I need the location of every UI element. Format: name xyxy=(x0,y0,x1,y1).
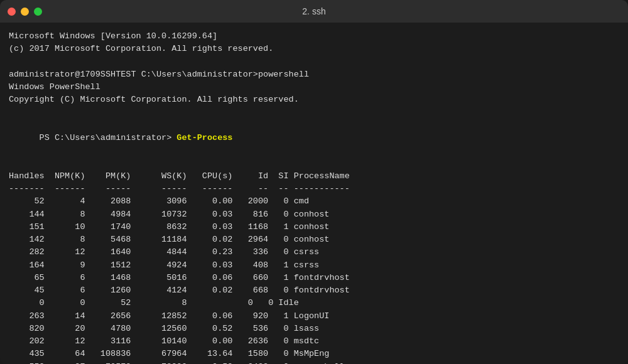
table-row: 45 6 1260 4124 0.02 668 0 fontdrvhost xyxy=(9,284,619,297)
output-line-2: (c) 2017 Microsoft Corporation. All righ… xyxy=(9,43,619,55)
table-row: 263 14 2656 12852 0.06 920 1 LogonUI xyxy=(9,310,619,323)
command-text: Get-Process xyxy=(176,133,232,142)
close-button[interactable] xyxy=(8,8,16,16)
output-line-4: Windows PowerShell xyxy=(9,81,619,94)
table-row: 65 6 1468 5016 0.06 660 1 fontdrvhost xyxy=(9,272,619,284)
blank-line-2 xyxy=(9,107,619,119)
prompt-label: PS C:\Users\administrator> xyxy=(40,133,177,142)
output-line-3: administrator@1709SSHTEST C:\Users\admin… xyxy=(9,68,619,81)
table-row: 164 9 1512 4924 0.03 408 1 csrss xyxy=(9,259,619,272)
minimize-button[interactable] xyxy=(21,8,29,16)
maximize-button[interactable] xyxy=(34,8,42,16)
window-title: 2. ssh xyxy=(302,6,325,16)
titlebar: 2. ssh xyxy=(0,0,628,23)
table-row: 553 27 70572 78300 0.52 2488 0 powershel… xyxy=(9,361,619,365)
traffic-lights xyxy=(8,8,42,16)
prompt-line: PS C:\Users\administrator> Get-Process xyxy=(9,119,619,158)
table-row: 144 8 4984 10732 0.03 816 0 conhost xyxy=(9,208,619,221)
table-divider: ------- ------ ----- ----- ------ -- -- … xyxy=(9,183,619,195)
blank-line-1 xyxy=(9,56,619,68)
table-row: 151 10 1740 8632 0.03 1168 1 conhost xyxy=(9,221,619,233)
output-line-5: Copyright (C) Microsoft Corporation. All… xyxy=(9,94,619,106)
terminal-body[interactable]: Microsoft Windows [Version 10.0.16299.64… xyxy=(0,23,628,364)
table-row: 202 12 3116 10140 0.00 2636 0 msdtc xyxy=(9,335,619,348)
table-row: 0 0 52 8 0 0 Idle xyxy=(9,297,619,309)
table-row: 435 64 108836 67964 13.64 1580 0 MsMpEng xyxy=(9,348,619,360)
terminal-window: 2. ssh Microsoft Windows [Version 10.0.1… xyxy=(0,0,628,364)
blank-line-3 xyxy=(9,158,619,170)
table-header: Handles NPM(K) PM(K) WS(K) CPU(s) Id SI … xyxy=(9,170,619,183)
table-row: 820 20 4780 12560 0.52 536 0 lsass xyxy=(9,323,619,335)
output-line-1: Microsoft Windows [Version 10.0.16299.64… xyxy=(9,30,619,43)
table-row: 52 4 2088 3096 0.00 2000 0 cmd xyxy=(9,195,619,208)
table-row: 142 8 5468 11184 0.02 2964 0 conhost xyxy=(9,233,619,246)
table-row: 282 12 1640 4844 0.23 336 0 csrss xyxy=(9,246,619,259)
